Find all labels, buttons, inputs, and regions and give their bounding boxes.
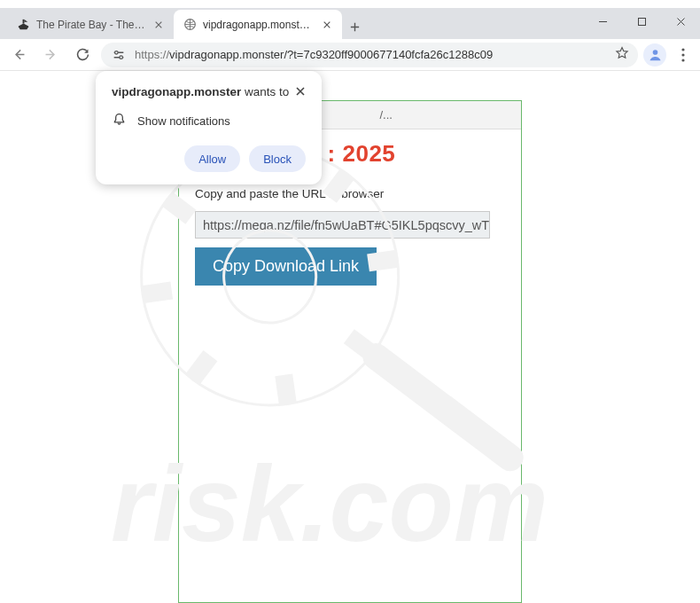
copy-download-link-button[interactable]: Copy Download Link	[195, 247, 377, 286]
browser-menu-button[interactable]	[672, 43, 695, 67]
block-button[interactable]: Block	[249, 145, 306, 172]
globe-favicon-icon	[183, 18, 197, 32]
close-icon[interactable]	[295, 85, 306, 99]
tab-close-icon[interactable]	[152, 19, 165, 31]
new-tab-button[interactable]	[342, 14, 367, 39]
tab-inactive[interactable]: The Pirate Bay - The galaxy's m…	[7, 10, 174, 39]
ship-favicon-icon	[16, 18, 30, 32]
svg-rect-0	[22, 20, 24, 24]
window-minimize-button[interactable]	[583, 8, 622, 35]
permission-option-label: Show notifications	[137, 114, 230, 128]
tab-title: vipdragonapp.monster/?t=7c93…	[203, 19, 315, 31]
forward-button[interactable]	[37, 42, 64, 68]
tab-strip: The Pirate Bay - The galaxy's m… vipdrag…	[0, 8, 700, 39]
profile-avatar-button[interactable]	[643, 43, 666, 67]
tab-active[interactable]: vipdragonapp.monster/?t=7c93…	[174, 10, 342, 39]
url-input[interactable]: https://mega.nz/file/fn5wUaBT#G5IKL5pqsc…	[195, 211, 490, 239]
permission-title: vipdragonapp.monster wants to	[112, 85, 289, 98]
address-bar[interactable]: https://vipdragonapp.monster/?t=7c9320ff…	[101, 43, 638, 67]
allow-button[interactable]: Allow	[184, 145, 240, 172]
page-content: risk.com xxxxxxxxxxxxxxxxxxxxxxxxxxxxxxx…	[0, 71, 700, 603]
window-maximize-button[interactable]	[622, 8, 661, 35]
instruction-text: Copy and paste the URL in browser	[195, 187, 505, 200]
svg-point-5	[652, 50, 657, 55]
reload-button[interactable]	[69, 42, 96, 68]
svg-point-6	[681, 48, 684, 51]
svg-rect-2	[638, 18, 645, 25]
svg-point-7	[681, 53, 684, 56]
svg-point-8	[681, 59, 684, 61]
bookmark-star-icon[interactable]	[615, 46, 629, 63]
svg-point-4	[120, 55, 123, 59]
url-text: https://vipdragonapp.monster/?t=7c9320ff…	[135, 48, 608, 61]
bell-icon	[112, 112, 127, 129]
site-settings-icon[interactable]	[110, 46, 128, 64]
svg-point-3	[115, 51, 119, 54]
browser-toolbar: https://vipdragonapp.monster/?t=7c9320ff…	[0, 39, 700, 71]
back-button[interactable]	[5, 42, 32, 68]
window-close-button[interactable]	[661, 8, 700, 35]
tab-title: The Pirate Bay - The galaxy's m…	[36, 19, 146, 31]
tab-close-icon[interactable]	[321, 19, 333, 31]
notification-permission-prompt: vipdragonapp.monster wants to Show notif…	[96, 71, 322, 184]
svg-line-14	[143, 290, 172, 294]
